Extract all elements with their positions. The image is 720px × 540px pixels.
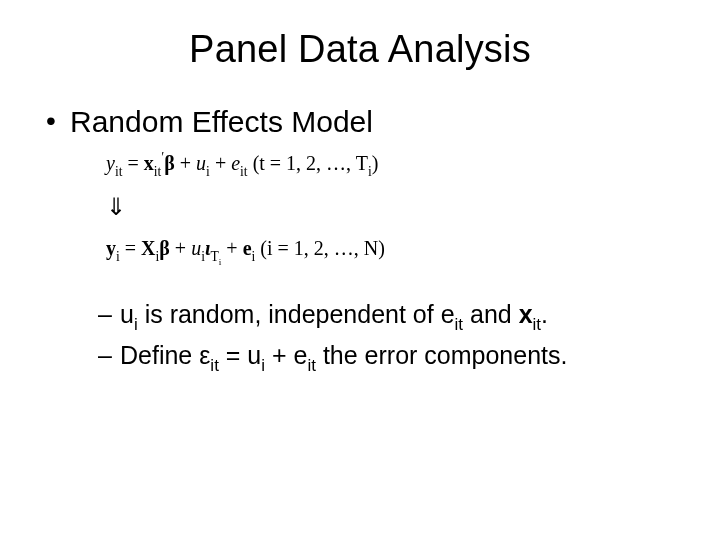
eq1-u: u — [196, 152, 206, 174]
n2-mid1: = u — [219, 341, 261, 369]
eq2-plus1: + — [170, 237, 191, 259]
heading-random-effects: Random Effects Model — [42, 105, 678, 139]
eq1-beta: β — [164, 152, 175, 174]
note-2: Define εit = ui + eit the error componen… — [42, 340, 678, 375]
eq1-e-sub: it — [240, 164, 248, 179]
eq2-y-sub: i — [116, 249, 120, 264]
eq2-eq: = — [120, 237, 141, 259]
n1-sub2: it — [455, 315, 464, 334]
slide-container: Panel Data Analysis Random Effects Model… — [0, 0, 720, 540]
n2-pre: Define ε — [120, 341, 210, 369]
eq1-e: e — [231, 152, 240, 174]
equation-block: yit = xit′β + ui + eit (t = 1, 2, …, Ti)… — [42, 147, 678, 269]
eq1-range-close: ) — [372, 152, 379, 174]
equation-2: yi = Xiβ + uiιTi + ei (i = 1, 2, …, N) — [106, 232, 678, 269]
eq2-range: (i = 1, 2, …, N) — [255, 237, 385, 259]
eq2-u-sub: i — [201, 249, 205, 264]
n2-end: the error components. — [316, 341, 568, 369]
eq2-e-sub: i — [252, 249, 256, 264]
page-title: Panel Data Analysis — [42, 28, 678, 71]
note-1: ui is random, independent of eit and xit… — [42, 299, 678, 334]
eq2-X-sub: i — [156, 249, 160, 264]
n2-sub2: i — [261, 356, 265, 375]
eq1-range: (t = 1, 2, …, T — [248, 152, 368, 174]
n1-end: . — [541, 300, 548, 328]
eq2-iota-sub: Ti — [210, 249, 221, 264]
eq2-plus2: + — [221, 237, 242, 259]
n1-mid2: and — [463, 300, 519, 328]
eq1-eq: = — [122, 152, 143, 174]
eq1-y-sub: it — [115, 164, 123, 179]
eq1-range-sub: i — [368, 164, 372, 179]
n1-sub3: it — [533, 315, 542, 334]
n1-pre: u — [120, 300, 134, 328]
eq2-e: e — [243, 237, 252, 259]
n2-mid2: + e — [265, 341, 307, 369]
eq2-y: y — [106, 237, 116, 259]
eq1-plus1: + — [175, 152, 196, 174]
n1-bold: x — [519, 300, 533, 328]
eq2-u: u — [191, 237, 201, 259]
eq1-x-sub: it — [154, 164, 162, 179]
eq1-plus2: + — [210, 152, 231, 174]
eq1-x: x — [144, 152, 154, 174]
eq2-beta: β — [159, 237, 170, 259]
n2-sub1: it — [210, 356, 219, 375]
n2-sub3: it — [307, 356, 316, 375]
n1-mid1: is random, independent of e — [138, 300, 455, 328]
implies-arrow: ⇓ — [106, 188, 678, 226]
n1-sub1: i — [134, 315, 138, 334]
eq2-X: X — [141, 237, 155, 259]
eq1-u-sub: i — [206, 164, 210, 179]
eq1-y: y — [106, 152, 115, 174]
equation-1: yit = xit′β + ui + eit (t = 1, 2, …, Ti) — [106, 147, 678, 182]
